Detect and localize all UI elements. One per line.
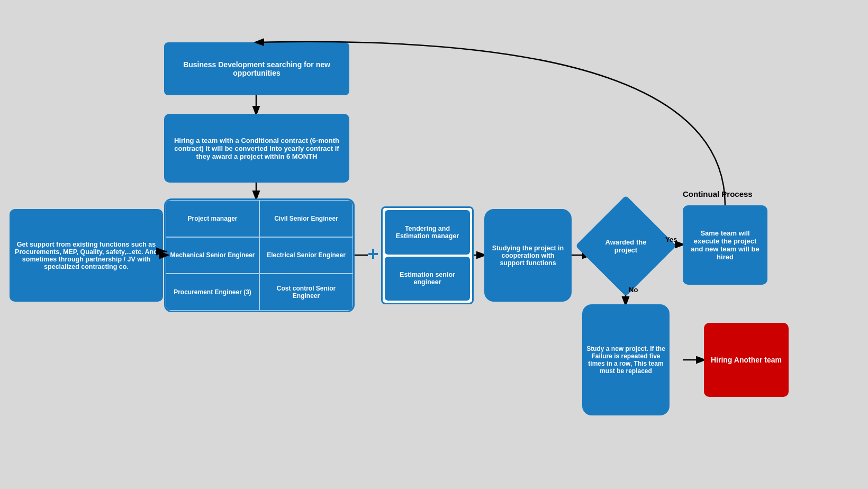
plus-sign: +	[365, 238, 381, 270]
awarded-diamond-container: Awarded the project	[590, 210, 662, 282]
procurement-cell: Procurement Engineer (3)	[166, 274, 259, 311]
mechanical-senior-cell: Mechanical Senior Engineer	[166, 237, 259, 274]
no-label: No	[629, 286, 638, 294]
biz-dev-box: Business Development searching for new o…	[164, 42, 349, 95]
same-team-box: Same team will execute the project and n…	[683, 205, 767, 285]
hiring-team-box: Hiring a team with a Conditional contrac…	[164, 114, 349, 183]
project-manager-cell: Project manager	[166, 200, 259, 237]
flowchart-diagram: Business Development searching for new o…	[0, 0, 868, 489]
cost-control-cell: Cost control Senior Engineer	[259, 274, 353, 311]
study-new-box: Study a new project. If the Failure is r…	[582, 304, 670, 415]
support-box: Get support from existing functions such…	[10, 209, 163, 302]
team-grid: Project manager Civil Senior Engineer Me…	[164, 198, 355, 312]
yes-label: Yes	[665, 236, 677, 243]
hiring-another-box: Hiring Another team	[704, 323, 789, 397]
civil-senior-cell: Civil Senior Engineer	[259, 200, 353, 237]
studying-box: Studying the project in cooperation with…	[484, 209, 572, 302]
tendering-bracket-box: Tendering and Estimation manager Estimat…	[381, 206, 474, 304]
electrical-senior-cell: Electrical Senior Engineer	[259, 237, 353, 274]
continual-process-label: Continual Process	[683, 189, 753, 198]
